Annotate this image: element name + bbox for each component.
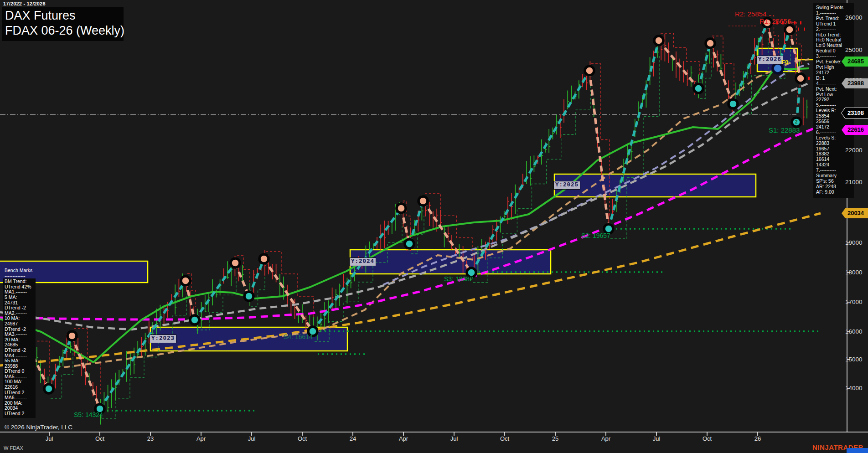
year-range-box xyxy=(350,250,551,274)
swing-high-marker xyxy=(585,66,594,75)
bench-panel-line: ------------- xyxy=(3,273,36,279)
bench-marks-values: BM Trend:UTrend 42%MA1.-------5 MA:24731… xyxy=(3,278,36,417)
price-axis-tick: 16000 xyxy=(845,328,866,335)
price-axis-tick: 19000 xyxy=(845,239,866,246)
swing-high-marker xyxy=(259,254,269,263)
bench-marks-panel: Bench Marks-------------BM Trend:UTrend … xyxy=(3,268,36,418)
year-box-label: Y:2026 xyxy=(756,56,783,64)
price-axis-tick: 18000 xyxy=(845,269,866,276)
swing-zigzag-leg xyxy=(710,43,733,104)
hilo-stop-upper-step xyxy=(266,252,314,319)
swing-panel-line: UTrend 1 xyxy=(816,21,852,27)
ma-20-line xyxy=(0,67,809,362)
price-axis-tick: 21000 xyxy=(845,179,866,185)
swing-high-marker xyxy=(785,25,794,34)
swing-zigzag-leg xyxy=(609,41,659,229)
bench-panel-line: 55 MA: xyxy=(5,358,35,364)
swing-zigzag-leg xyxy=(72,336,100,409)
time-axis-tick: Jul xyxy=(242,435,262,442)
swing-high-marker xyxy=(231,258,240,268)
indicator-price-tag: 23988 xyxy=(842,78,868,88)
swing-low-marker xyxy=(694,84,703,93)
time-axis-tick: Apr xyxy=(191,435,211,442)
hilo-stop-lower-step xyxy=(196,278,236,330)
time-axis-tick: 26 xyxy=(748,435,768,442)
swing-high-marker xyxy=(67,331,77,340)
hilo-stop-lower-step xyxy=(251,273,265,306)
swing-panel-line: 24172 xyxy=(816,70,852,76)
swing-panel-line: AF: 9.00 xyxy=(816,190,852,195)
swing-low-marker xyxy=(405,239,414,248)
indicator-price-tag: 22616 xyxy=(842,125,868,135)
pivot-count-label: 2 xyxy=(795,119,798,124)
taskbar-item[interactable] xyxy=(847,448,868,453)
bench-panel-line: MA3.------- xyxy=(5,332,35,337)
time-axis-tick: 23 xyxy=(140,435,160,442)
swing-zigzag-leg xyxy=(698,43,710,88)
indicator-price-tag: 24685 xyxy=(842,57,868,67)
swing-pivots-panel: Swing Pivots1.----------Pvt. Trend:UTren… xyxy=(813,3,854,198)
swing-panel-line: Levels S: xyxy=(816,135,852,141)
swing-high-marker xyxy=(706,39,715,48)
date-range-label: 17/2022 - 12/2026 xyxy=(3,1,46,6)
bench-panel-line: 24987 xyxy=(5,321,35,327)
time-axis-tick: Oct xyxy=(292,435,312,442)
resistance-label-r2: R2: 25854 xyxy=(735,10,766,18)
indicator-price-tag: 20034 xyxy=(842,208,868,218)
instrument-name: DAX Futures xyxy=(5,8,121,23)
time-axis-tick: Jul xyxy=(444,435,464,442)
year-range-box xyxy=(554,174,756,197)
bench-panel-line: Bench Marks xyxy=(3,268,36,273)
instrument-title-box: DAX Futures FDAX 06-26 (Weekly) xyxy=(2,7,124,41)
swing-high-marker xyxy=(654,36,663,45)
price-chart-canvas[interactable] xyxy=(0,0,868,453)
time-axis-tick: Jul xyxy=(646,435,666,442)
contract-name: FDAX 06-26 (Weekly) xyxy=(5,23,121,38)
support-label-s5: S5: 14324 xyxy=(74,411,103,418)
swing-low-marker xyxy=(44,384,53,393)
price-axis-tick: 25000 xyxy=(845,46,866,53)
price-axis-tick: 14000 xyxy=(845,385,866,391)
swing-high-marker xyxy=(418,196,428,206)
time-axis-tick: 25 xyxy=(545,435,565,442)
last-price-tag: 23108 xyxy=(842,108,868,118)
bench-panel-line: UTrend 2 xyxy=(5,411,35,417)
swing-high-marker xyxy=(796,74,805,83)
ma-100-line xyxy=(0,122,830,319)
price-axis-tick: 17000 xyxy=(845,299,866,305)
swing-panel-line: 2.---------- xyxy=(816,27,852,32)
time-axis-tick: 24 xyxy=(343,435,363,442)
bench-panel-line: 5 MA: xyxy=(5,295,35,300)
support-label-s2: S2: 19657 xyxy=(581,232,610,239)
time-axis-tick: Oct xyxy=(697,435,717,442)
copyright-label: © 2026 NinjaTrader, LLC xyxy=(5,424,72,431)
time-axis-tick: Oct xyxy=(495,435,515,442)
support-label-s1: S1: 22883 xyxy=(769,126,800,134)
last-price-tag-border: 23108 xyxy=(841,108,868,118)
time-axis-tick: Oct xyxy=(90,435,110,442)
swing-zigzag-leg xyxy=(264,259,313,331)
price-axis-tick: 26000 xyxy=(845,14,866,21)
swing-zigzag-leg xyxy=(589,71,609,229)
swing-high-marker xyxy=(181,276,190,285)
year-box-label: Y:2023 xyxy=(150,335,176,343)
swing-zigzag-leg xyxy=(249,259,264,296)
year-box-label: Y:2025 xyxy=(553,181,580,190)
swing-panel-line: 22883 xyxy=(816,141,852,146)
status-bar-instrument: W FDAX xyxy=(4,445,23,451)
hilo-stop-lower-step xyxy=(610,55,660,239)
forming-pivot-label: F0 xyxy=(781,59,788,66)
bench-panel-line: DTrend -2 xyxy=(5,348,35,353)
swing-high-marker xyxy=(397,204,406,213)
support-label-s3: S3: 18382 xyxy=(444,275,473,283)
price-axis-tick: 22000 xyxy=(845,147,866,154)
resistance-label-r1: R1: 25656 xyxy=(760,17,791,25)
price-axis-tick: 15000 xyxy=(845,356,866,363)
swing-low-marker xyxy=(190,315,199,324)
time-axis-tick: Apr xyxy=(596,435,616,442)
ninjatrader-chart-window: 17/2022 - 12/2026 DAX Futures FDAX 06-26… xyxy=(0,0,868,453)
swing-low-marker xyxy=(728,99,738,108)
year-box-label: Y:2024 xyxy=(349,257,376,266)
swing-zigzag-leg xyxy=(409,201,423,244)
bench-panel-line: DTrend -2 xyxy=(5,305,35,311)
